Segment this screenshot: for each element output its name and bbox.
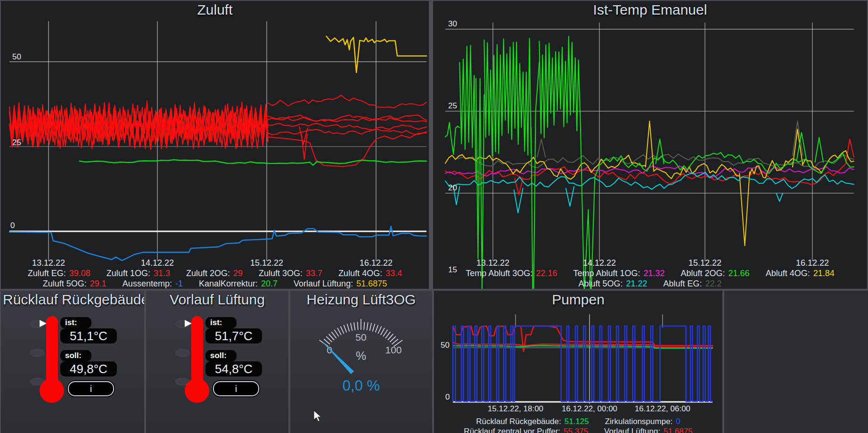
legend-item: Abluft 2OG:21.66 xyxy=(681,268,750,278)
empty-panel xyxy=(724,291,868,433)
series-kanalkorrektur xyxy=(310,162,316,165)
legend-item: Zuluft 3OG:33.7 xyxy=(259,268,322,278)
legend-row: Zuluft 5OG:29.1Aussentemp:-1KanalKorrekt… xyxy=(43,278,387,289)
gauge-tick xyxy=(381,328,385,335)
soll-value: 49,8°C xyxy=(60,361,117,376)
y-axis-label: 50 xyxy=(12,52,21,61)
legend-value: 29.1 xyxy=(90,279,106,288)
legend-item: Rücklauf zentral vor Puffer:55.375 xyxy=(464,426,588,433)
series-zirkulationspumpe xyxy=(453,326,712,401)
series-abluft-2og xyxy=(459,45,476,180)
soll-value: 54,8°C xyxy=(205,361,262,376)
gauge-tick xyxy=(388,334,393,340)
legend-value: 29 xyxy=(233,269,243,278)
thermometer-bulb xyxy=(40,378,64,403)
ruecklauf-title: Rücklauf Rückgebäude xyxy=(1,292,144,308)
series-abluft-4og xyxy=(739,172,750,246)
legend-value: 22.16 xyxy=(536,269,557,278)
legend-label: Abluft 4OG: xyxy=(766,269,810,278)
y-axis-label: 0 xyxy=(445,392,450,401)
legend-label: Abluft 5OG: xyxy=(578,279,622,288)
series-abluft-5og xyxy=(776,193,783,201)
isttemp-chart: 3025201513.12.2214.12.2215.12.2216.12.22 xyxy=(433,1,867,289)
thermo-handle-mid xyxy=(175,349,189,357)
gauge-tick xyxy=(367,322,368,330)
info-button[interactable]: i xyxy=(68,381,114,396)
series-vorlauf-l-ftung xyxy=(453,343,712,348)
legend-row: Temp Abluft 3OG:22.16Temp Abluft 1OG:21.… xyxy=(466,268,834,278)
legend-item: Zuluft 5OG:29.1 xyxy=(43,278,106,289)
gauge-tick xyxy=(354,322,355,330)
legend-item: Rücklauf Rückgebäude:51.125 xyxy=(476,417,589,426)
legend-value: 22.2 xyxy=(705,279,722,288)
legend-item: KanalKorrektur:20.7 xyxy=(199,278,278,289)
legend-item: Abluft 5OG:21.22 xyxy=(578,278,647,289)
series-abluft-2og xyxy=(815,138,823,162)
series-vorlauf-l-ftung xyxy=(327,36,426,73)
heizung-gauge: 050100% xyxy=(290,291,432,433)
legend-label: Abluft EG: xyxy=(663,279,702,288)
legend-item: Vorlauf Lüftung:51.6875 xyxy=(604,426,693,433)
legend-item: Zuluft EG:39.08 xyxy=(28,268,90,278)
x-axis-label: 15.12.22, 18:00 xyxy=(488,404,543,413)
soll-label: soll: xyxy=(60,350,91,361)
gauge-tick xyxy=(364,322,364,330)
gauge-tick xyxy=(341,327,344,334)
pumpen-legend: Rücklauf Rückgebäude:51.125Zirkulationsp… xyxy=(434,417,722,433)
x-axis-label: 15.12.22 xyxy=(688,258,721,268)
gauge-tick xyxy=(344,325,346,333)
gauge-tick xyxy=(370,323,372,331)
legend-item: Zuluft 2OG:29 xyxy=(186,268,243,278)
legend-label: KanalKorrektur: xyxy=(199,279,258,288)
info-button[interactable]: i xyxy=(213,381,259,396)
ist-label: ist: xyxy=(205,317,237,328)
ist-value: 51,7°C xyxy=(205,328,262,343)
isttemp-title: Ist-Temp Emanuel xyxy=(433,2,867,18)
vorlauf-title: Vorlauf Lüftung xyxy=(146,292,288,308)
legend-item: Temp Abluft 3OG:22.16 xyxy=(466,268,557,278)
vorlauf-panel: Vorlauf Lüftung ist: 51,7°C soll: 54,8°C… xyxy=(146,291,288,433)
y-axis-label: 20 xyxy=(448,183,457,192)
legend-item: Vorlauf Lüftung:51.6875 xyxy=(294,278,387,289)
x-axis-label: 15.12.22 xyxy=(250,258,283,268)
y-axis-label: 50 xyxy=(441,341,450,350)
gauge-tick xyxy=(347,324,350,331)
soll-label: soll: xyxy=(205,350,237,361)
legend-value: 51.6875 xyxy=(356,279,387,288)
mouse-cursor xyxy=(313,410,324,423)
y-axis-label: 0 xyxy=(10,221,15,230)
legend-value: 55.375 xyxy=(564,427,588,433)
legend-value: 39.08 xyxy=(69,269,90,278)
pumpen-chart: 50015.12.22, 18:0016.12.22, 00:0016.12.2… xyxy=(434,291,722,433)
legend-value: 51.6875 xyxy=(663,427,692,433)
legend-row: Zuluft EG:39.08Zuluft 1OG:31.3Zuluft 2OG… xyxy=(28,268,402,278)
gauge-tick xyxy=(326,336,332,342)
series-zuluft-eg xyxy=(268,95,426,108)
legend-value: 31.3 xyxy=(154,269,170,278)
legend-value: 33.7 xyxy=(306,269,322,278)
legend-label: Abluft 2OG: xyxy=(681,269,725,278)
legend-label: Aussentemp: xyxy=(123,279,172,288)
legend-value: 0 xyxy=(676,417,680,426)
series-abluft-eg xyxy=(537,139,545,157)
gauge-tick xyxy=(358,322,358,330)
gauge-tick xyxy=(375,325,378,333)
x-axis-label: 13.12.22 xyxy=(476,258,509,268)
gauge-tick xyxy=(329,334,334,340)
legend-label: Zuluft EG: xyxy=(28,269,66,278)
legend-value: -1 xyxy=(175,279,183,288)
gauge-tick xyxy=(385,332,390,338)
thermometer-bulb xyxy=(185,378,209,403)
gauge-scale-label: 0 xyxy=(327,344,332,355)
series-zuluft-5og xyxy=(268,130,426,135)
isttemp-legend: Temp Abluft 3OG:22.16Temp Abluft 1OG:21.… xyxy=(433,268,867,289)
series-abluft-2og xyxy=(445,123,459,155)
ist-label: ist: xyxy=(60,317,91,328)
x-axis-label: 13.12.22 xyxy=(32,258,65,268)
series-abluft-2og xyxy=(476,78,484,289)
y-axis-label: 25 xyxy=(448,101,457,110)
series-abluft-2og xyxy=(539,36,580,138)
legend-label: Zuluft 1OG: xyxy=(106,269,150,278)
gauge-scale-label: 50 xyxy=(355,332,366,343)
legend-label: Vorlauf Lüftung: xyxy=(294,279,353,288)
